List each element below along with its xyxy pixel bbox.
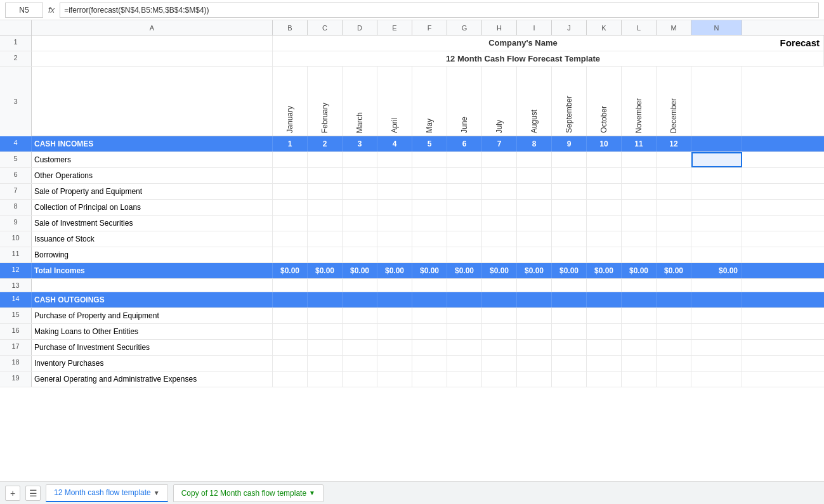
cell-n3[interactable] (691, 67, 742, 136)
cell-l14[interactable] (622, 292, 657, 307)
cell-m11[interactable] (657, 247, 691, 262)
cell-m8[interactable] (657, 200, 691, 215)
cell-g11[interactable] (447, 247, 482, 262)
cell-i16[interactable] (517, 324, 552, 339)
cell-f5[interactable] (412, 152, 447, 167)
cell-n1[interactable]: Forecast (773, 36, 824, 51)
cell-l7[interactable] (622, 184, 657, 199)
cell-i7[interactable] (517, 184, 552, 199)
cell-e14[interactable] (377, 292, 412, 307)
cell-b5[interactable] (273, 152, 308, 167)
cell-d6[interactable] (343, 168, 377, 183)
cell-k17[interactable] (587, 340, 622, 355)
cell-f11[interactable] (412, 247, 447, 262)
cell-l10[interactable] (622, 231, 657, 247)
cell-c4[interactable]: 2 (308, 136, 343, 152)
cell-e7[interactable] (377, 184, 412, 199)
cell-l15[interactable] (622, 308, 657, 323)
col-header-n[interactable]: N (691, 20, 742, 35)
cell-c17[interactable] (308, 340, 343, 355)
cell-l12[interactable]: $0.00 (622, 263, 657, 278)
cell-g3[interactable]: June (447, 67, 482, 136)
cell-k19[interactable] (587, 372, 622, 387)
cell-h6[interactable] (482, 168, 517, 183)
cell-k10[interactable] (587, 231, 622, 247)
cell-reference-box[interactable]: N5 (5, 3, 43, 18)
cell-m4[interactable]: 12 (657, 136, 691, 152)
cell-i6[interactable] (517, 168, 552, 183)
cell-d11[interactable] (343, 247, 377, 262)
cell-k8[interactable] (587, 200, 622, 215)
cell-c5[interactable] (308, 152, 343, 167)
cell-j19[interactable] (552, 372, 587, 387)
cell-n6[interactable] (691, 168, 742, 183)
cell-d18[interactable] (343, 356, 377, 371)
cell-d8[interactable] (343, 200, 377, 215)
cell-g18[interactable] (447, 356, 482, 371)
formula-input[interactable]: =iferror(forecast($N$4,B5:M5,$B$4:$M$4)) (60, 3, 819, 18)
cell-l13[interactable] (622, 279, 657, 292)
cell-h7[interactable] (482, 184, 517, 199)
cell-a17[interactable]: Purchase of Investment Securities (32, 340, 273, 355)
cell-n15[interactable] (691, 308, 742, 323)
cell-k6[interactable] (587, 168, 622, 183)
cell-e6[interactable] (377, 168, 412, 183)
cell-m19[interactable] (657, 372, 691, 387)
cell-f8[interactable] (412, 200, 447, 215)
col-header-f[interactable]: F (412, 20, 447, 35)
cell-a19[interactable]: General Operating and Administrative Exp… (32, 372, 273, 387)
cell-j15[interactable] (552, 308, 587, 323)
cell-a14[interactable]: CASH OUTGOINGS (32, 292, 273, 307)
cell-m10[interactable] (657, 231, 691, 247)
cell-m3[interactable]: December (657, 67, 691, 136)
cell-i18[interactable] (517, 356, 552, 371)
cell-f14[interactable] (412, 292, 447, 307)
cell-n4[interactable] (691, 136, 742, 152)
cell-j17[interactable] (552, 340, 587, 355)
cell-n17[interactable] (691, 340, 742, 355)
cell-a9[interactable]: Sale of Investment Securities (32, 216, 273, 231)
cell-a15[interactable]: Purchase of Property and Equipment (32, 308, 273, 323)
cell-a8[interactable]: Collection of Principal on Loans (32, 200, 273, 215)
cell-j6[interactable] (552, 168, 587, 183)
cell-n5[interactable] (691, 152, 742, 167)
sheets-menu-button[interactable]: ☰ (25, 486, 41, 501)
col-header-c[interactable]: C (308, 20, 343, 35)
cell-k13[interactable] (587, 279, 622, 292)
cell-i10[interactable] (517, 231, 552, 247)
cell-c12[interactable]: $0.00 (308, 263, 343, 278)
cell-n13[interactable] (691, 279, 742, 292)
cell-g12[interactable]: $0.00 (447, 263, 482, 278)
cell-k15[interactable] (587, 308, 622, 323)
cell-e3[interactable]: April (377, 67, 412, 136)
cell-c18[interactable] (308, 356, 343, 371)
cell-e9[interactable] (377, 216, 412, 231)
cell-e15[interactable] (377, 308, 412, 323)
cell-e12[interactable]: $0.00 (377, 263, 412, 278)
cell-n14[interactable] (691, 292, 742, 307)
cell-g9[interactable] (447, 216, 482, 231)
cell-j4[interactable]: 9 (552, 136, 587, 152)
cell-g7[interactable] (447, 184, 482, 199)
cell-b7[interactable] (273, 184, 308, 199)
cell-b12[interactable]: $0.00 (273, 263, 308, 278)
cell-a16[interactable]: Making Loans to Other Entities (32, 324, 273, 339)
cell-n10[interactable] (691, 231, 742, 247)
cell-c16[interactable] (308, 324, 343, 339)
cell-b18[interactable] (273, 356, 308, 371)
cell-h4[interactable]: 7 (482, 136, 517, 152)
cell-l4[interactable]: 11 (622, 136, 657, 152)
cell-i12[interactable]: $0.00 (517, 263, 552, 278)
add-sheet-button[interactable]: + (5, 486, 20, 501)
cell-c6[interactable] (308, 168, 343, 183)
cell-l5[interactable] (622, 152, 657, 167)
cell-j7[interactable] (552, 184, 587, 199)
cell-d16[interactable] (343, 324, 377, 339)
cell-f9[interactable] (412, 216, 447, 231)
cell-g15[interactable] (447, 308, 482, 323)
cell-n18[interactable] (691, 356, 742, 371)
col-header-a[interactable]: A (32, 20, 273, 35)
col-header-g[interactable]: G (447, 20, 482, 35)
cell-c3[interactable]: February (308, 67, 343, 136)
tab-copy-12-month[interactable]: Copy of 12 Month cash flow template ▼ (173, 484, 324, 502)
